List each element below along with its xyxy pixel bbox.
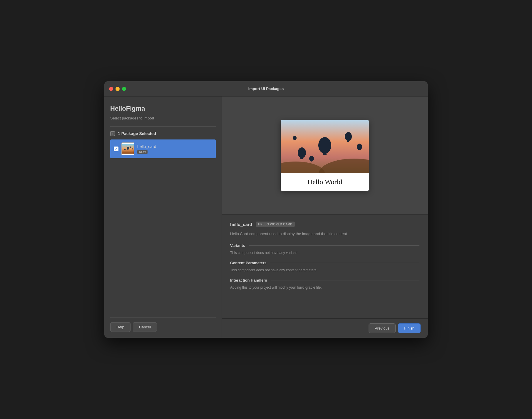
- title-bar: Import UI Packages: [104, 81, 428, 97]
- select-all-checkbox[interactable]: ✓: [110, 131, 115, 136]
- detail-header: hello_card HELLO WORLD CARD: [230, 222, 419, 227]
- thumbnail-image: [122, 144, 134, 154]
- variants-text: This component does not have any variant…: [230, 250, 419, 255]
- svg-point-9: [318, 137, 331, 154]
- cancel-button[interactable]: Cancel: [133, 322, 157, 332]
- card-preview: Hello World: [281, 120, 369, 191]
- content-params-text: This component does not have any content…: [230, 267, 419, 273]
- detail-section-variants: Variants This component does not have an…: [230, 243, 419, 255]
- detail-section-content-params: Content Parameters This component does n…: [230, 261, 419, 273]
- package-list: ✓: [110, 139, 216, 317]
- sidebar-title: HelloFigma: [110, 105, 216, 112]
- svg-point-13: [345, 132, 352, 141]
- preview-svg: [281, 120, 369, 173]
- card-image-background: [281, 120, 369, 173]
- svg-rect-2: [128, 150, 128, 150]
- content-params-line: [270, 263, 419, 263]
- sidebar-divider: [110, 126, 216, 127]
- package-selected-label: 1 Package Selected: [118, 131, 156, 136]
- window-body: HelloFigma Select packages to import ✓ 1…: [104, 97, 428, 338]
- content-params-title: Content Parameters: [230, 261, 267, 265]
- check-icon: ✓: [115, 147, 118, 151]
- main-content: Hello World hello_card HELLO WORLD CARD …: [222, 97, 428, 338]
- card-image: [281, 120, 369, 173]
- interaction-line: [271, 280, 419, 280]
- package-badge: NEW: [137, 150, 148, 154]
- interaction-text: Adding this to your project will modify …: [230, 285, 419, 290]
- svg-point-1: [127, 147, 129, 150]
- detail-description: Hello Card component used to display the…: [230, 231, 419, 237]
- variants-title: Variants: [230, 243, 245, 248]
- detail-area: hello_card HELLO WORLD CARD Hello Card c…: [222, 214, 428, 318]
- svg-rect-10: [323, 153, 327, 155]
- svg-rect-14: [347, 141, 349, 142]
- detail-section-interaction: Interaction Handlers Adding this to your…: [230, 278, 419, 290]
- svg-point-17: [309, 156, 314, 162]
- sidebar: HelloFigma Select packages to import ✓ 1…: [104, 97, 222, 338]
- package-thumbnail: [121, 142, 134, 155]
- traffic-lights: [109, 87, 126, 91]
- svg-point-5: [132, 148, 133, 149]
- window-title: Import UI Packages: [248, 87, 284, 91]
- package-checkbox[interactable]: ✓: [114, 147, 118, 151]
- bottom-bar: Previous Finish: [222, 318, 428, 338]
- finish-button[interactable]: Finish: [398, 323, 421, 333]
- svg-point-15: [357, 144, 362, 150]
- previous-button[interactable]: Previous: [369, 323, 396, 333]
- svg-point-4: [130, 147, 131, 148]
- svg-rect-12: [300, 158, 303, 159]
- sidebar-subtitle: Select packages to import: [110, 116, 216, 120]
- list-item[interactable]: ✓: [110, 139, 216, 158]
- svg-point-11: [298, 147, 306, 158]
- detail-component-name: hello_card: [230, 222, 252, 227]
- minimize-button[interactable]: [116, 87, 120, 91]
- variants-header: Variants: [230, 243, 419, 248]
- content-params-header: Content Parameters: [230, 261, 419, 265]
- thumbnail-svg: [122, 144, 134, 154]
- package-selected-row: ✓ 1 Package Selected: [110, 131, 216, 136]
- preview-area: Hello World: [222, 97, 428, 214]
- variants-line: [249, 245, 419, 246]
- checkmark-icon: ✓: [111, 132, 114, 136]
- package-name: hello_card: [137, 144, 156, 149]
- svg-point-3: [124, 149, 126, 150]
- help-button[interactable]: Help: [110, 322, 131, 332]
- main-window: Import UI Packages HelloFigma Select pac…: [104, 81, 428, 338]
- card-title: Hello World: [281, 173, 369, 191]
- interaction-header: Interaction Handlers: [230, 278, 419, 282]
- detail-tag: HELLO WORLD CARD: [256, 222, 295, 227]
- svg-point-16: [293, 136, 297, 140]
- package-info: hello_card NEW: [137, 144, 156, 154]
- interaction-title: Interaction Handlers: [230, 278, 267, 282]
- close-button[interactable]: [109, 87, 113, 91]
- sidebar-footer: Help Cancel: [110, 317, 216, 332]
- maximize-button[interactable]: [122, 87, 126, 91]
- bottom-right-buttons: Previous Finish: [369, 323, 421, 333]
